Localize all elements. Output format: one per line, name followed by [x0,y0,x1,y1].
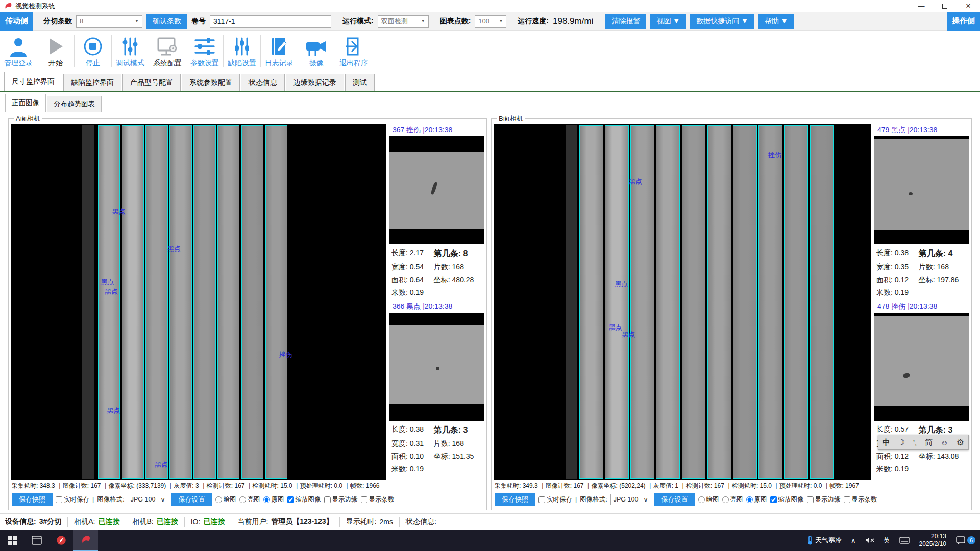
checkbox[interactable] [844,496,850,503]
smiley-icon[interactable]: ☺ [941,438,948,447]
zoom-image-checkbox[interactable]: 缩放图像 [287,495,321,504]
defect-thumbnail[interactable] [874,313,969,421]
radio[interactable] [722,496,729,503]
realtime-save-checkbox[interactable]: 实时保存 [538,495,572,504]
radio[interactable] [746,496,753,503]
exit-program-button[interactable]: 退出程序 [335,31,372,71]
radio[interactable] [263,496,270,503]
show-count-checkbox[interactable]: 显示条数 [361,495,395,504]
ime-toolbar[interactable]: 中 ☽ ’, 简 ☺ ⚙ [878,435,969,450]
taskbar-app-browser[interactable] [49,530,74,551]
clear-alarm-button[interactable]: 清除报警 [605,14,646,29]
moon-icon[interactable]: ☽ [898,438,905,447]
show-edge-checkbox[interactable]: 显示边缘 [807,495,841,504]
view-menu-button[interactable]: 视图 ▼ [650,14,686,29]
help-menu-button[interactable]: 帮助 ▼ [758,14,794,29]
radio[interactable] [215,496,222,503]
save-snapshot-button[interactable]: 保存快照 [12,493,53,506]
stop-button[interactable]: 停止 [75,31,111,71]
show-count-checkbox[interactable]: 显示条数 [844,495,877,504]
save-settings-button[interactable]: 保存设置 [172,493,212,506]
dark-image-radio[interactable]: 暗图 [215,495,236,504]
maximize-button[interactable] [933,0,957,12]
log-record-button[interactable]: 日志记录 [261,31,298,71]
debug-mode-button[interactable]: 调试模式 [112,31,149,71]
thermometer-icon [807,536,813,545]
touch-keyboard-button[interactable] [895,530,914,551]
defect-card[interactable]: 367 挫伤 |20:13:38 长度: 2.17 第几条: 8 宽度: 0.5… [389,124,484,300]
tab-front-image[interactable]: 正面图像 [5,94,46,112]
tab-product-model-config[interactable]: 产品型号配置 [122,74,181,91]
confirm-count-button[interactable]: 确认条数 [146,14,187,29]
strip-value: 8 [463,249,468,258]
show-edge-checkbox[interactable]: 显示边缘 [324,495,358,504]
slit-count-select[interactable]: 8 ▼ [76,15,142,28]
original-image-radio[interactable]: 原图 [746,495,767,504]
checkbox[interactable] [56,496,62,503]
ime-mode-chinese[interactable]: 中 [883,438,890,447]
logbook-pencil-icon [269,36,289,57]
defect-settings-button[interactable]: 缺陷设置 [224,31,260,71]
save-snapshot-button[interactable]: 保存快照 [495,493,535,506]
tray-expand-button[interactable]: ∧ [846,530,861,551]
taskbar-clock[interactable]: 20:13 2025/2/10 [914,533,951,548]
chart-points-select[interactable]: 100 ▼ [475,15,506,28]
radio[interactable] [239,496,246,503]
gear-icon[interactable]: ⚙ [957,437,964,448]
notification-center-button[interactable]: 6 [951,530,980,551]
taskbar-app-vision-system[interactable] [74,530,98,551]
drive-side-button[interactable]: 传动侧 [0,12,33,31]
volume-muted-button[interactable] [861,530,879,551]
system-config-button[interactable]: 系统配置 [149,31,186,71]
tab-status-info[interactable]: 状态信息 [241,74,285,91]
original-image-label: 原图 [754,495,767,504]
camera-b-image[interactable]: 挫伤黑点黑点黑点黑点 [494,124,871,480]
defect-thumbnail[interactable] [389,313,484,421]
image-format-select[interactable]: JPG 100∨ [128,494,168,505]
defect-thumbnail[interactable] [874,136,969,244]
start-button[interactable]: 开始 [37,31,74,71]
checkbox[interactable] [807,496,814,503]
roll-number-input[interactable] [210,15,331,28]
tab-edge-data-record[interactable]: 边缘数据记录 [286,74,344,91]
radio[interactable] [698,496,705,503]
checkbox[interactable] [361,496,368,503]
ime-simplified[interactable]: 简 [925,438,933,447]
tab-size-monitor[interactable]: 尺寸监控界面 [4,72,62,91]
original-image-radio[interactable]: 原图 [263,495,284,504]
save-settings-button[interactable]: 保存设置 [654,493,695,506]
zoom-image-checkbox[interactable]: 缩放图像 [770,495,804,504]
checkbox[interactable] [538,496,545,503]
minimize-button[interactable]: — [910,0,933,12]
admin-login-button[interactable]: 管理登录 [0,31,37,71]
tab-defect-monitor[interactable]: 缺陷监控界面 [63,74,121,91]
run-mode-select[interactable]: 双面检测 ▼ [378,15,429,28]
checkbox[interactable] [324,496,331,503]
defect-card[interactable]: 478 挫伤 |20:13:38 长度: 0.57 第几条: 3 宽度: 0.2… [874,300,969,477]
tab-test[interactable]: 测试 [345,74,375,91]
tab-distribution-trend[interactable]: 分布趋势图表 [47,96,102,112]
parameter-settings-button[interactable]: 参数设置 [186,31,223,71]
capture-button[interactable]: 摄像 [298,31,335,71]
realtime-save-checkbox[interactable]: 实时保存 [56,495,89,504]
camera-a-image[interactable]: 黑点黑点黑点黑点挫伤黑点黑点 [11,124,386,480]
defect-card[interactable]: 479 黑点 |20:13:38 长度: 0.38 第几条: 4 宽度: 0.3… [874,124,969,300]
ribbon-label: 摄像 [309,59,324,68]
checkbox[interactable] [770,496,777,503]
punctuation-icon[interactable]: ’, [913,438,917,447]
close-button[interactable]: ✕ [957,0,980,12]
operator-side-button[interactable]: 操作侧 [947,12,980,31]
weather-widget[interactable]: 天气寒冷 [802,530,846,551]
defect-card[interactable]: 366 黑点 |20:13:38 长度: 0.38 第几条: 3 宽度: 0.3… [389,300,484,477]
start-menu-button[interactable] [0,530,24,551]
data-quick-access-button[interactable]: 数据快捷访问 ▼ [690,14,754,29]
checkbox[interactable] [287,496,294,503]
dark-image-radio[interactable]: 暗图 [698,495,719,504]
defect-thumbnail[interactable] [389,136,484,244]
bright-image-radio[interactable]: 亮图 [239,495,260,504]
tab-system-param-config[interactable]: 系统参数配置 [182,74,240,91]
input-language-button[interactable]: 英 [879,530,895,551]
task-view-button[interactable] [24,530,49,551]
image-format-select[interactable]: JPG 100∨ [610,494,651,505]
bright-image-radio[interactable]: 亮图 [722,495,743,504]
